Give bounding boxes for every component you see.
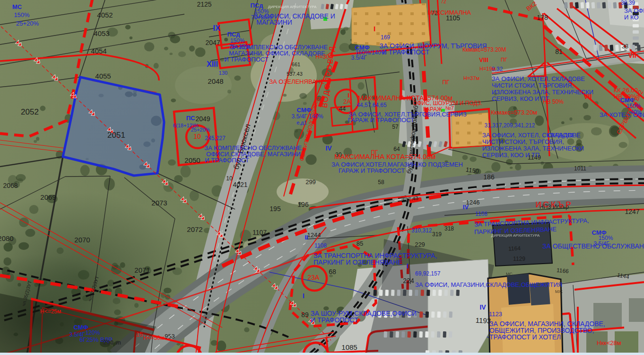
map-canvas	[0, 0, 644, 355]
scale-bar-label: 200 m	[103, 339, 122, 346]
viewer-edge-strip	[0, 353, 644, 355]
selected-parcel[interactable]	[63, 77, 164, 176]
mall-building	[428, 259, 490, 355]
map-viewport[interactable]: 4052405340544055212520472048205220512050…	[0, 0, 644, 355]
green-marker	[441, 109, 445, 112]
selected-parcel-group	[63, 77, 164, 176]
green-marker	[323, 17, 327, 21]
building-1129	[493, 222, 552, 266]
